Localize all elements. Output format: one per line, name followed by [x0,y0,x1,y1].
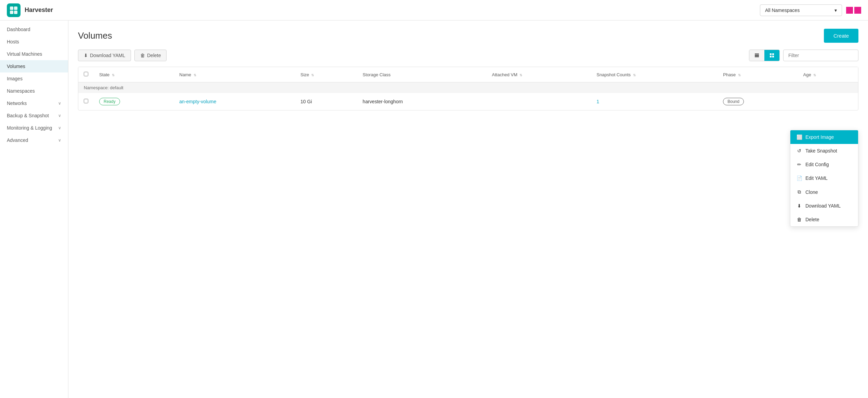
clone-icon: ⧉ [797,189,802,195]
namespace-chevron-icon: ▾ [834,8,837,13]
name-sort-icon[interactable]: ⇅ [194,73,196,77]
col-attached-vm: Attached VM ⇅ [486,67,591,82]
header-right: All Namespaces ▾ [760,4,861,16]
sidebar-item-backup-snapshot[interactable]: Backup & Snapshot ∨ [0,109,68,122]
edit-yaml-icon: 📄 [797,175,802,181]
create-button[interactable]: Create [824,29,858,43]
attached-vm-sort-icon[interactable]: ⇅ [520,73,522,77]
sidebar-item-monitoring-logging[interactable]: Monitoring & Logging ∨ [0,122,68,134]
toolbar: ⬇ Download YAML 🗑 Delete [78,50,858,61]
context-menu-delete[interactable]: 🗑 Delete [790,213,858,226]
delete-menu-icon: 🗑 [797,217,802,222]
select-all-col [78,67,94,82]
sidebar-item-virtual-machines[interactable]: Virtual Machines [0,48,68,60]
sidebar-item-images[interactable]: Images [0,72,68,85]
svg-rect-9 [770,56,772,57]
table-row: Ready an-empty-volume 10 Gi harvester-lo… [78,93,858,110]
sidebar-item-advanced[interactable]: Advanced ∨ [0,134,68,146]
row-attached-vm-cell [486,93,591,110]
grid-view-button[interactable] [764,50,779,61]
row-checkbox-cell [78,93,94,110]
list-view-button[interactable] [749,50,764,61]
svg-rect-4 [755,54,759,54]
row-storage-class-cell: harvester-longhorn [357,93,486,110]
context-menu-export-image[interactable]: ⬜ Export Image [790,130,858,144]
svg-rect-5 [755,55,759,56]
context-menu-edit-yaml[interactable]: 📄 Edit YAML [790,171,858,185]
state-sort-icon[interactable]: ⇅ [112,73,115,77]
page-header: Volumes Create [78,29,858,43]
row-age-cell [798,93,858,110]
avatar-group [846,7,861,14]
download-yaml-menu-icon: ⬇ [797,203,802,209]
avatar-pink-2 [854,7,861,14]
select-all-checkbox[interactable] [84,72,88,76]
advanced-chevron-icon: ∨ [58,138,61,143]
age-sort-icon[interactable]: ⇅ [813,73,816,77]
backup-chevron-icon: ∨ [58,113,61,118]
namespace-group-row: Namespace: default [78,82,858,93]
svg-rect-3 [14,11,17,14]
row-size-cell: 10 Gi [295,93,357,110]
monitoring-chevron-icon: ∨ [58,125,61,130]
header: Harvester All Namespaces ▾ [0,0,868,21]
header-left: Harvester [7,3,53,17]
state-badge: Ready [99,98,120,105]
context-menu: ⬜ Export Image ↺ Take Snapshot ✏ Edit Co… [790,130,858,227]
row-checkbox[interactable] [84,99,88,103]
row-name-cell: an-empty-volume [174,93,295,110]
context-menu-clone[interactable]: ⧉ Clone [790,185,858,199]
context-menu-take-snapshot[interactable]: ↺ Take Snapshot [790,144,858,158]
svg-rect-6 [755,56,759,57]
download-yaml-icon: ⬇ [84,53,88,58]
download-yaml-button[interactable]: ⬇ Download YAML [78,50,131,61]
col-storage-class: Storage Class [357,67,486,82]
sidebar-item-networks[interactable]: Networks ∨ [0,97,68,109]
svg-rect-2 [10,11,13,14]
svg-rect-8 [772,53,774,55]
view-toggle [749,50,780,61]
delete-icon: 🗑 [140,53,145,58]
col-name: Name ⇅ [174,67,295,82]
phase-badge: Bound [723,98,744,105]
phase-sort-icon[interactable]: ⇅ [738,73,741,77]
page-title: Volumes [78,30,112,41]
col-size: Size ⇅ [295,67,357,82]
sidebar-item-dashboard[interactable]: Dashboard [0,23,68,36]
edit-config-icon: ✏ [797,162,802,167]
table: State ⇅ Name ⇅ Size ⇅ Storage Class [78,67,858,110]
snapshot-counts-sort-icon[interactable]: ⇅ [633,73,636,77]
app-title: Harvester [25,6,53,14]
svg-rect-1 [14,6,17,10]
filter-input[interactable] [783,50,858,61]
volumes-table: State ⇅ Name ⇅ Size ⇅ Storage Class [78,67,858,110]
size-sort-icon[interactable]: ⇅ [311,73,314,77]
sidebar: Dashboard Hosts Virtual Machines Volumes… [0,21,68,398]
sidebar-item-hosts[interactable]: Hosts [0,36,68,48]
app-logo [7,3,21,17]
main-content: Volumes Create ⬇ Download YAML 🗑 Delete [68,21,868,398]
avatar-pink-1 [846,7,853,14]
snapshot-count-link[interactable]: 1 [596,99,599,104]
namespace-dropdown[interactable]: All Namespaces ▾ [760,4,842,16]
sidebar-item-volumes[interactable]: Volumes [0,60,68,72]
svg-rect-7 [770,53,772,55]
context-menu-edit-config[interactable]: ✏ Edit Config [790,158,858,171]
volume-name-link[interactable]: an-empty-volume [179,99,216,104]
sidebar-item-namespaces[interactable]: Namespaces [0,85,68,97]
table-header-row: State ⇅ Name ⇅ Size ⇅ Storage Class [78,67,858,82]
namespace-group-cell: Namespace: default [78,82,858,93]
row-phase-cell: Bound [718,93,798,110]
context-menu-download-yaml[interactable]: ⬇ Download YAML [790,199,858,213]
take-snapshot-icon: ↺ [797,148,802,154]
col-phase: Phase ⇅ [718,67,798,82]
delete-button[interactable]: 🗑 Delete [134,50,167,61]
col-snapshot-counts: Snapshot Counts ⇅ [591,67,718,82]
col-age: Age ⇅ [798,67,858,82]
export-image-icon: ⬜ [797,134,802,140]
svg-rect-0 [10,6,13,10]
svg-rect-10 [772,56,774,57]
row-snapshot-counts-cell: 1 [591,93,718,110]
row-state-cell: Ready [94,93,174,110]
namespace-label: All Namespaces [765,8,800,13]
